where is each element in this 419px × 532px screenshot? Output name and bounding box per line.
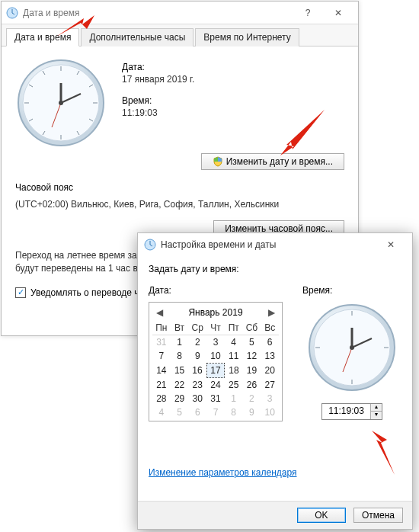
tab-strip: Дата и время Дополнительные часы Время п… [2,24,358,46]
date-time-settings-window: Настройка времени и даты ✕ Задать дату и… [137,232,413,530]
calendar-day-cell[interactable]: 31 [152,335,171,350]
time-input[interactable]: 11:19:03 [322,404,370,419]
calendar-day-header: Сб [243,321,261,335]
calendar-day-cell[interactable]: 1 [171,335,189,350]
ok-button[interactable]: OK [297,508,346,523]
calendar-day-cell[interactable]: 23 [188,378,206,393]
svg-marker-34 [56,15,94,37]
calendar-day-header: Вс [261,321,279,335]
calendar-day-cell[interactable]: 3 [261,392,279,405]
shield-icon [213,156,223,167]
time-label: Время: [122,95,194,106]
calendar-day-cell[interactable]: 10 [206,349,225,364]
dst-notify-checkbox[interactable]: ✓ [15,287,26,298]
annotation-arrow-2 [280,110,326,155]
calendar-day-cell[interactable]: 17 [206,364,225,378]
help-button[interactable]: ? [293,4,323,22]
calendar-day-header: Чт [206,321,225,335]
date-field-label: Дата: [149,285,283,296]
calendar-settings-link[interactable]: Изменение параметров календаря [149,467,297,478]
tab-internet-time[interactable]: Время по Интернету [195,28,299,46]
date-label: Дата: [122,62,194,72]
calendar-next-button[interactable]: ▶ [267,307,277,318]
time-field-label: Время: [302,285,401,296]
calendar-day-cell[interactable]: 26 [243,378,261,393]
calendar-day-header: Пт [225,321,243,335]
spinner-up-button[interactable]: ▲ [371,404,382,412]
sub-titlebar: Настройка времени и даты ✕ [138,233,412,256]
time-value: 11:19:03 [122,107,194,118]
calendar-day-cell[interactable]: 7 [152,349,171,364]
calendar-day-cell[interactable]: 18 [225,364,243,378]
sub-close-button[interactable]: ✕ [376,236,406,254]
calendar-day-cell[interactable]: 29 [171,392,189,405]
tab-additional-clocks[interactable]: Дополнительные часы [81,28,194,46]
calendar-day-cell[interactable]: 9 [188,349,206,364]
calendar-day-cell[interactable]: 6 [188,405,206,419]
calendar-day-cell[interactable]: 1 [225,392,243,405]
calendar-day-cell[interactable]: 24 [206,378,225,393]
titlebar: Дата и время ? ✕ [2,2,358,24]
calendar-day-cell[interactable]: 13 [261,349,279,364]
calendar-day-cell[interactable]: 28 [152,392,171,405]
calendar-day-cell[interactable]: 19 [243,364,261,378]
calendar-day-cell[interactable]: 27 [261,378,279,393]
calendar-day-cell[interactable]: 5 [171,405,189,419]
annotation-arrow-3 [372,431,398,476]
clock-icon [144,239,156,251]
calendar-title: Январь 2019 [188,307,242,318]
calendar-day-cell[interactable]: 22 [171,378,189,393]
calendar: ◀ Январь 2019 ▶ ПнВтСрЧтПтСбВс3112345678… [149,302,283,421]
timezone-label: Часовой пояс [15,182,344,193]
close-button[interactable]: ✕ [323,4,353,22]
calendar-day-cell[interactable]: 4 [152,405,171,419]
calendar-day-cell[interactable]: 8 [225,405,243,419]
calendar-day-cell[interactable]: 31 [206,392,225,405]
calendar-day-cell[interactable]: 16 [188,364,206,378]
analog-clock [15,57,107,149]
analog-clock [306,302,398,393]
calendar-day-cell[interactable]: 15 [171,364,189,378]
calendar-day-cell[interactable]: 12 [243,349,261,364]
calendar-day-cell[interactable]: 8 [171,349,189,364]
calendar-day-cell[interactable]: 5 [243,335,261,350]
timezone-value: (UTC+02:00) Вильнюс, Киев, Рига, София, … [15,199,344,210]
calendar-day-cell[interactable]: 3 [206,335,225,350]
calendar-day-cell[interactable]: 6 [261,335,279,350]
calendar-day-cell[interactable]: 20 [261,364,279,378]
time-spinner[interactable]: 11:19:03 ▲ ▼ [321,403,382,420]
svg-point-20 [59,101,63,105]
svg-marker-36 [372,431,395,475]
sub-window-title: Настройка времени и даты [161,239,376,250]
calendar-day-header: Ср [188,321,206,335]
calendar-day-cell[interactable]: 9 [243,405,261,419]
clock-icon [6,7,18,19]
calendar-day-cell[interactable]: 25 [225,378,243,393]
calendar-day-header: Пн [152,321,171,335]
calendar-day-cell[interactable]: 11 [225,349,243,364]
calendar-day-cell[interactable]: 10 [261,405,279,419]
svg-point-33 [350,345,354,350]
annotation-arrow-1 [56,15,94,41]
calendar-day-cell[interactable]: 21 [152,378,171,393]
cancel-button[interactable]: Отмена [353,508,403,523]
calendar-day-cell[interactable]: 2 [243,392,261,405]
change-date-time-button[interactable]: Изменить дату и время... [201,153,344,170]
calendar-prev-button[interactable]: ◀ [154,307,165,318]
calendar-day-cell[interactable]: 30 [188,392,206,405]
calendar-day-cell[interactable]: 4 [225,335,243,350]
date-value: 17 января 2019 г. [122,74,194,85]
calendar-day-cell[interactable]: 7 [206,405,225,419]
set-date-time-label: Задать дату и время: [149,264,401,274]
calendar-day-cell[interactable]: 2 [188,335,206,350]
calendar-day-cell[interactable]: 14 [152,364,171,378]
svg-marker-35 [280,110,325,155]
calendar-day-header: Вт [171,321,189,335]
spinner-down-button[interactable]: ▼ [371,412,382,419]
